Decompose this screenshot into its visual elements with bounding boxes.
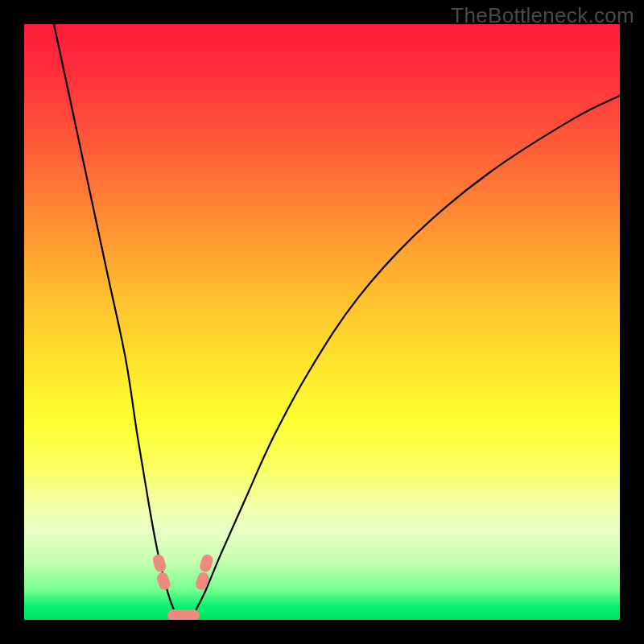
bottleneck-curve bbox=[24, 24, 620, 620]
marker-group bbox=[151, 553, 215, 620]
curve-right-branch bbox=[191, 96, 620, 620]
marker-right-knee-lower bbox=[194, 571, 210, 591]
curve-left-branch bbox=[54, 24, 179, 620]
plot-area bbox=[24, 24, 620, 620]
marker-left-knee-lower bbox=[155, 571, 171, 591]
chart-frame: TheBottleneck.com bbox=[0, 0, 644, 644]
marker-valley-bar bbox=[167, 609, 200, 620]
marker-left-knee-upper bbox=[151, 553, 167, 573]
marker-right-knee-upper bbox=[198, 553, 214, 573]
